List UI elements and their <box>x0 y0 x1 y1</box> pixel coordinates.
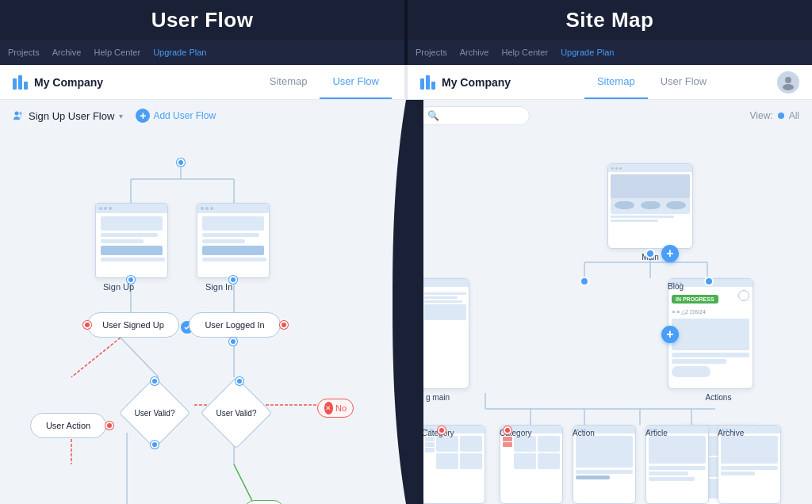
user-logged-in-label: User Logged In <box>205 320 264 330</box>
logo-bar-r1 <box>420 78 424 90</box>
sitemap-toolbar: 🔍 View: All <box>406 100 812 132</box>
logged-in-right-connector <box>280 321 288 329</box>
view-text: View: <box>750 110 773 121</box>
logo-bar-1 <box>13 78 17 90</box>
right-panel: 🔍 View: All <box>406 100 812 504</box>
nav-projects-right[interactable]: Projects <box>416 48 447 57</box>
add-btn-blog-1[interactable]: + <box>661 326 679 343</box>
logo-bar-2 <box>18 75 22 90</box>
cat2-red-dot <box>504 426 511 434</box>
main-card-header <box>608 164 692 172</box>
wd6 <box>210 207 213 210</box>
main-bottom-connector <box>645 249 655 258</box>
no-node[interactable]: ✕ No <box>317 399 354 418</box>
flow-name-label: Sign Up User Flow <box>29 110 114 122</box>
user-signed-up-node[interactable]: User Signed Up <box>87 312 179 338</box>
wd4 <box>201 207 204 210</box>
c2g4 <box>538 453 560 469</box>
signup-line3 <box>101 258 165 262</box>
cat2-body <box>500 433 562 472</box>
main-card-visual <box>611 174 690 212</box>
tab-userflow-right[interactable]: User Flow <box>648 65 720 99</box>
c1g3 <box>436 453 458 469</box>
c2g1 <box>514 436 536 452</box>
main-card[interactable] <box>607 163 693 249</box>
actions-card-container: Actions <box>542 278 622 389</box>
signup-line2 <box>101 239 144 243</box>
signin-line3 <box>202 258 266 262</box>
blog-card[interactable]: IN PROGRESS ≡ ≡ △2 ⊡6/24 <box>668 278 753 389</box>
signup-bottom-connector <box>127 276 135 284</box>
svg-line-10 <box>71 338 121 377</box>
nav-archive-left[interactable]: Archive <box>52 48 82 57</box>
archive-body <box>718 433 780 479</box>
signed-up-left-connector <box>83 321 91 329</box>
yes-node[interactable]: ✓ Yes <box>244 500 284 504</box>
svg-rect-33 <box>611 174 690 198</box>
nav-helpcenter-right[interactable]: Help Center <box>501 48 548 57</box>
svg-point-1 <box>783 84 794 90</box>
tab-userflow-left[interactable]: User Flow <box>320 65 392 99</box>
svg-point-0 <box>785 77 791 83</box>
user-action-right-connector <box>105 422 113 430</box>
signup-wireframe[interactable] <box>95 203 168 278</box>
mcd3 <box>619 167 622 170</box>
add-flow-plus-icon: + <box>136 109 150 123</box>
svg-rect-34 <box>615 201 634 209</box>
cat1-body <box>423 433 485 472</box>
gl3 <box>424 300 462 303</box>
article-line2 <box>649 472 688 475</box>
view-option: All <box>789 110 799 121</box>
actions-label: Actions <box>679 393 758 402</box>
add-flow-button[interactable]: + Add User Flow <box>136 109 216 123</box>
nav-archive-right[interactable]: Archive <box>460 48 489 57</box>
add-flow-label: Add User Flow <box>153 110 216 121</box>
wd1 <box>99 207 102 210</box>
blog-line1 <box>672 353 749 357</box>
user-valid-1-container: User Valid? <box>123 381 186 445</box>
company-name-left: My Company <box>34 76 103 89</box>
gl2 <box>424 296 458 299</box>
right-title-area: Site Map <box>408 0 812 40</box>
nav-helpcenter-left[interactable]: Help Center <box>94 48 140 57</box>
user-action-left-node[interactable]: User Action <box>30 413 106 438</box>
signin-wireframe[interactable] <box>197 203 270 278</box>
svg-line-18 <box>234 464 254 504</box>
wd2 <box>104 207 107 210</box>
logged-in-bottom-connector <box>229 338 237 346</box>
logo-icon-left <box>13 75 28 90</box>
right-logo: My Company <box>420 75 511 90</box>
c2g3 <box>514 453 536 469</box>
tab-sitemap-left[interactable]: Sitemap <box>257 65 320 99</box>
blog-img <box>672 319 749 350</box>
action-body <box>573 433 635 483</box>
flow-canvas: Sign Up Sign In User Signed Up <box>0 132 406 504</box>
signup-block1 <box>101 216 163 231</box>
flow-name-selector[interactable]: Sign Up User Flow ▾ <box>13 110 123 122</box>
user-valid-1-diamond[interactable] <box>119 377 191 449</box>
search-box[interactable]: 🔍 <box>419 106 530 125</box>
company-name-right: My Company <box>442 76 511 89</box>
c1g4 <box>460 453 482 469</box>
signin-bottom-connector <box>229 276 237 284</box>
tab-sitemap-right[interactable]: Sitemap <box>584 65 648 99</box>
nav-projects-left[interactable]: Projects <box>8 48 40 57</box>
logo-bar-r3 <box>431 82 435 90</box>
left-logo: My Company <box>13 75 103 90</box>
main-line2 <box>611 220 658 222</box>
user-avatar[interactable] <box>777 71 799 94</box>
user-valid-2-diamond[interactable] <box>201 377 273 449</box>
left-nav: Projects Archive Help Center Upgrade Pla… <box>0 40 404 65</box>
gmain-content <box>424 291 466 338</box>
uv1-bottom-connector <box>151 441 159 449</box>
add-btn-blog-2[interactable]: + <box>661 245 679 262</box>
right-title: Site Map <box>566 8 654 32</box>
blog-top-connector <box>704 277 714 286</box>
archive-line2 <box>721 472 755 475</box>
cat2-content <box>514 436 560 469</box>
user-logged-in-node[interactable]: User Logged In <box>189 312 281 338</box>
article-body <box>646 433 708 485</box>
nav-upgrade-right[interactable]: Upgrade Plan <box>561 48 614 57</box>
cat2-row <box>503 436 560 469</box>
nav-upgrade-left[interactable]: Upgrade Plan <box>153 48 206 57</box>
